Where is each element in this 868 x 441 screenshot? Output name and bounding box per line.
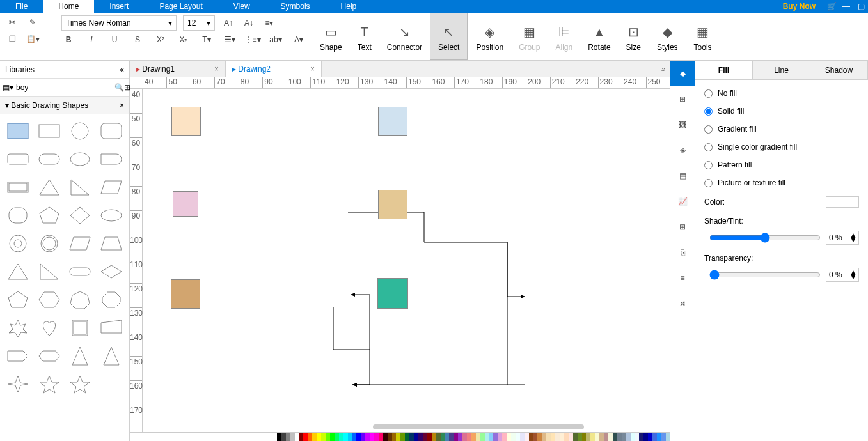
shape-oval[interactable] <box>97 203 126 228</box>
text-button[interactable]: TText <box>350 13 379 60</box>
color-swatch[interactable] <box>537 433 542 441</box>
close-category-icon[interactable]: × <box>120 101 124 110</box>
maximize-icon[interactable]: ▢ <box>853 2 868 11</box>
color-swatch[interactable] <box>569 433 573 441</box>
shape-diamond-wide[interactable] <box>97 259 126 284</box>
color-swatch[interactable] <box>343 433 348 441</box>
color-swatch[interactable] <box>604 433 608 441</box>
color-swatch[interactable] <box>622 433 626 441</box>
position-button[interactable]: ◈Position <box>468 13 511 60</box>
color-swatch[interactable] <box>339 433 343 441</box>
color-swatch[interactable] <box>489 433 494 441</box>
color-swatch[interactable] <box>661 433 666 441</box>
color-swatch[interactable] <box>467 433 471 441</box>
color-swatch[interactable] <box>388 433 392 441</box>
color-swatch[interactable] <box>379 433 383 441</box>
color-swatch[interactable] <box>277 433 281 441</box>
color-swatch[interactable] <box>418 433 423 441</box>
minimize-icon[interactable]: — <box>837 2 853 11</box>
color-swatch[interactable] <box>441 433 445 441</box>
menu-help[interactable]: Help <box>326 0 372 13</box>
line-spacing-icon[interactable]: ☰▾ <box>223 33 237 47</box>
color-swatch[interactable] <box>374 433 379 441</box>
fill-tool-icon[interactable]: ◆ <box>670 61 695 86</box>
text-case-icon[interactable]: T▾ <box>200 33 214 47</box>
menu-page-layout[interactable]: Page Layout <box>144 0 217 13</box>
color-swatch[interactable] <box>613 433 617 441</box>
color-swatch[interactable] <box>546 433 551 441</box>
shape-triangle-2[interactable] <box>4 259 33 284</box>
format-painter-icon[interactable]: ✎ <box>26 15 40 29</box>
color-swatch[interactable] <box>520 433 525 441</box>
cut-icon[interactable]: ✂ <box>5 15 19 29</box>
color-swatch[interactable] <box>400 433 405 441</box>
color-swatch[interactable] <box>299 433 304 441</box>
decrease-font-icon[interactable]: A↓ <box>242 16 256 30</box>
tab-fill[interactable]: Fill <box>695 61 753 79</box>
color-swatch[interactable] <box>281 433 286 441</box>
shape-trapezoid-2[interactable] <box>97 315 126 341</box>
shape-diamond[interactable] <box>66 203 95 228</box>
buy-now-link[interactable]: Buy Now <box>777 2 822 11</box>
color-swatch[interactable] <box>533 433 538 441</box>
color-swatch[interactable] <box>458 433 462 441</box>
color-swatch[interactable] <box>590 433 595 441</box>
color-swatch[interactable] <box>826 196 859 208</box>
color-swatch[interactable] <box>657 433 661 441</box>
export-tool-icon[interactable]: ⎘ <box>670 240 695 265</box>
color-swatch[interactable] <box>626 433 631 441</box>
shape-hexagon-2[interactable] <box>35 343 64 369</box>
settings-tool-icon[interactable]: ≡ <box>670 265 695 291</box>
color-swatch[interactable] <box>352 433 356 441</box>
shade-value-input[interactable]: 0 %▲▼ <box>826 231 859 245</box>
shape-donut[interactable] <box>4 231 33 256</box>
color-swatch[interactable] <box>423 433 427 441</box>
color-swatch[interactable] <box>348 433 352 441</box>
menu-home[interactable]: Home <box>43 0 94 13</box>
canvas-shape[interactable] <box>171 279 200 309</box>
shape-pentagon[interactable] <box>35 203 64 228</box>
shape-triangle[interactable] <box>35 174 64 200</box>
color-swatch[interactable] <box>370 433 374 441</box>
paste-icon[interactable]: 📋▾ <box>26 32 40 46</box>
color-swatch[interactable] <box>542 433 546 441</box>
color-swatch[interactable] <box>573 433 578 441</box>
color-swatch[interactable] <box>586 433 590 441</box>
group-button[interactable]: ▦Group <box>511 13 548 60</box>
color-swatch[interactable] <box>295 433 299 441</box>
color-swatch[interactable] <box>502 433 507 441</box>
color-swatch[interactable] <box>666 433 670 441</box>
color-swatch[interactable] <box>578 433 582 441</box>
shape-chevron[interactable] <box>4 343 33 369</box>
color-swatch[interactable] <box>617 433 622 441</box>
shape-rounded-square[interactable] <box>4 203 33 228</box>
shape-heptagon[interactable] <box>66 287 95 313</box>
radio-pattern-fill[interactable]: Pattern fill <box>704 160 859 169</box>
color-swatch[interactable] <box>356 433 361 441</box>
collapse-right-icon[interactable]: » <box>657 61 670 77</box>
highlight-icon[interactable]: ab▾ <box>269 33 283 47</box>
radio-solid-fill[interactable]: Solid fill <box>704 107 859 116</box>
color-swatch[interactable] <box>312 433 317 441</box>
shape-pentagon-2[interactable] <box>4 287 33 313</box>
styles-button[interactable]: ◆Styles <box>649 13 686 60</box>
shape-5star[interactable] <box>35 371 64 397</box>
color-swatch[interactable] <box>321 433 326 441</box>
color-swatch[interactable] <box>365 433 370 441</box>
radio-gradient-fill[interactable]: Gradient fill <box>704 125 859 134</box>
shape-square-double[interactable] <box>66 315 95 341</box>
color-swatch[interactable] <box>396 433 400 441</box>
color-swatch[interactable] <box>564 433 569 441</box>
color-swatch[interactable] <box>560 433 564 441</box>
color-swatch[interactable] <box>582 433 587 441</box>
color-swatch[interactable] <box>555 433 560 441</box>
font-color-icon[interactable]: A▾ <box>292 33 306 47</box>
color-swatch[interactable] <box>511 433 516 441</box>
search-input[interactable] <box>13 81 114 95</box>
radio-picture-fill[interactable]: Picture or texture fill <box>704 178 859 187</box>
color-swatch[interactable] <box>507 433 511 441</box>
radio-no-fill[interactable]: No fill <box>704 89 859 98</box>
bullets-icon[interactable]: ⋮≡▾ <box>246 33 260 47</box>
shape-pill-2[interactable] <box>66 259 95 284</box>
shape-rect-filled[interactable] <box>4 118 33 144</box>
